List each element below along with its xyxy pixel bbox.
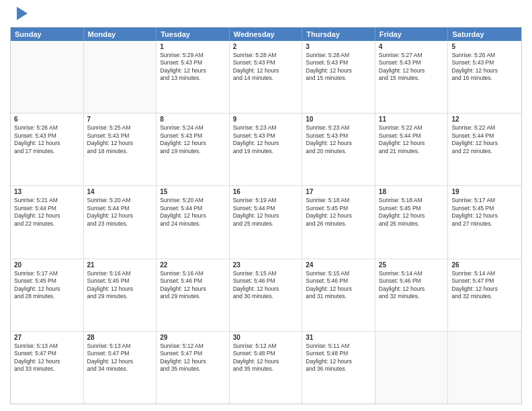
daylight-text: Daylight: 12 hours [379, 140, 445, 147]
cal-cell: 7Sunrise: 5:25 AMSunset: 5:43 PMDaylight… [84, 113, 157, 185]
daylight-text: Daylight: 12 hours [160, 212, 226, 220]
sunrise-text: Sunrise: 5:16 AM [160, 270, 226, 277]
sunrise-text: Sunrise: 5:12 AM [233, 342, 299, 350]
sunrise-text: Sunrise: 5:29 AM [160, 52, 226, 59]
sunset-text: Sunset: 5:43 PM [233, 59, 299, 66]
daylight-minutes-text: and 26 minutes. [379, 220, 445, 228]
cal-cell: 23Sunrise: 5:15 AMSunset: 5:46 PMDayligh… [230, 259, 303, 331]
day-number: 15 [160, 188, 226, 195]
day-number: 17 [306, 188, 371, 195]
header-day-tuesday: Tuesday [157, 28, 230, 41]
daylight-minutes-text: and 22 minutes. [451, 148, 518, 155]
svg-marker-0 [17, 7, 28, 20]
cal-cell: 12Sunrise: 5:22 AMSunset: 5:44 PMDayligh… [448, 113, 521, 185]
sunset-text: Sunset: 5:47 PM [87, 350, 153, 357]
daylight-minutes-text: and 19 minutes. [233, 148, 299, 155]
day-number: 22 [160, 261, 226, 269]
sunset-text: Sunset: 5:45 PM [306, 205, 371, 212]
sunrise-text: Sunrise: 5:23 AM [306, 124, 371, 132]
daylight-text: Daylight: 12 hours [306, 140, 371, 147]
day-number: 4 [379, 43, 445, 50]
day-number: 11 [379, 116, 445, 123]
daylight-minutes-text: and 15 minutes. [379, 75, 445, 82]
cal-cell: 2Sunrise: 5:28 AMSunset: 5:43 PMDaylight… [230, 41, 303, 113]
sunrise-text: Sunrise: 5:15 AM [233, 270, 299, 277]
sunset-text: Sunset: 5:43 PM [87, 132, 153, 140]
header-day-sunday: Sunday [11, 28, 84, 41]
sunset-text: Sunset: 5:45 PM [87, 277, 153, 285]
daylight-minutes-text: and 27 minutes. [451, 220, 518, 228]
day-number: 13 [14, 188, 80, 195]
daylight-minutes-text: and 21 minutes. [379, 148, 445, 155]
cal-cell: 31Sunrise: 5:11 AMSunset: 5:48 PMDayligh… [302, 332, 375, 404]
daylight-minutes-text: and 36 minutes. [306, 365, 371, 373]
daylight-minutes-text: and 24 minutes. [160, 220, 226, 228]
day-number: 9 [233, 116, 299, 123]
cal-cell [375, 332, 449, 404]
header-day-friday: Friday [375, 28, 449, 41]
header [10, 7, 522, 23]
sunset-text: Sunset: 5:44 PM [233, 205, 299, 212]
daylight-minutes-text: and 18 minutes. [87, 148, 153, 155]
sunrise-text: Sunrise: 5:23 AM [233, 124, 299, 132]
daylight-text: Daylight: 12 hours [14, 285, 80, 293]
sunrise-text: Sunrise: 5:13 AM [87, 342, 153, 350]
sunrise-text: Sunrise: 5:14 AM [451, 270, 518, 277]
week-1: 1Sunrise: 5:29 AMSunset: 5:43 PMDaylight… [11, 41, 521, 113]
daylight-minutes-text: and 33 minutes. [14, 365, 80, 373]
week-4: 20Sunrise: 5:17 AMSunset: 5:45 PMDayligh… [11, 259, 521, 332]
day-number: 16 [233, 188, 299, 195]
daylight-minutes-text: and 35 minutes. [160, 365, 226, 373]
sunset-text: Sunset: 5:45 PM [379, 205, 445, 212]
cal-cell: 20Sunrise: 5:17 AMSunset: 5:45 PMDayligh… [11, 259, 84, 331]
daylight-text: Daylight: 12 hours [233, 212, 299, 220]
cal-cell: 11Sunrise: 5:22 AMSunset: 5:44 PMDayligh… [375, 113, 449, 185]
cal-cell: 8Sunrise: 5:24 AMSunset: 5:43 PMDaylight… [157, 113, 230, 185]
daylight-minutes-text: and 26 minutes. [306, 220, 371, 228]
daylight-minutes-text: and 31 minutes. [306, 293, 371, 300]
daylight-text: Daylight: 12 hours [160, 67, 226, 75]
day-number: 12 [451, 116, 518, 123]
day-number: 10 [306, 116, 371, 123]
sunrise-text: Sunrise: 5:15 AM [306, 270, 371, 277]
sunrise-text: Sunrise: 5:18 AM [306, 197, 371, 204]
day-number: 31 [306, 334, 371, 341]
sunset-text: Sunset: 5:43 PM [451, 59, 518, 66]
sunset-text: Sunset: 5:43 PM [14, 132, 80, 140]
daylight-minutes-text: and 34 minutes. [87, 365, 153, 373]
sunrise-text: Sunrise: 5:20 AM [87, 197, 153, 204]
header-day-thursday: Thursday [302, 28, 375, 41]
sunset-text: Sunset: 5:47 PM [160, 350, 226, 357]
sunset-text: Sunset: 5:46 PM [160, 277, 226, 285]
daylight-text: Daylight: 12 hours [306, 212, 371, 220]
cal-cell: 21Sunrise: 5:16 AMSunset: 5:45 PMDayligh… [84, 259, 157, 331]
cal-cell: 24Sunrise: 5:15 AMSunset: 5:46 PMDayligh… [302, 259, 375, 331]
cal-cell: 15Sunrise: 5:20 AMSunset: 5:44 PMDayligh… [157, 186, 230, 258]
cal-cell: 6Sunrise: 5:26 AMSunset: 5:43 PMDaylight… [11, 113, 84, 185]
sunset-text: Sunset: 5:48 PM [306, 350, 371, 357]
daylight-minutes-text: and 29 minutes. [160, 293, 226, 300]
sunset-text: Sunset: 5:43 PM [160, 59, 226, 66]
sunrise-text: Sunrise: 5:19 AM [233, 197, 299, 204]
daylight-text: Daylight: 12 hours [87, 140, 153, 147]
daylight-minutes-text: and 35 minutes. [233, 365, 299, 373]
cal-cell: 17Sunrise: 5:18 AMSunset: 5:45 PMDayligh… [302, 186, 375, 258]
day-number: 2 [233, 43, 299, 50]
day-number: 26 [451, 261, 518, 269]
cal-cell: 5Sunrise: 5:26 AMSunset: 5:43 PMDaylight… [448, 41, 521, 113]
sunset-text: Sunset: 5:43 PM [306, 59, 371, 66]
sunrise-text: Sunrise: 5:21 AM [14, 197, 80, 204]
week-2: 6Sunrise: 5:26 AMSunset: 5:43 PMDaylight… [11, 113, 521, 186]
sunset-text: Sunset: 5:44 PM [451, 132, 518, 140]
header-day-monday: Monday [84, 28, 157, 41]
cal-cell [84, 41, 157, 113]
daylight-text: Daylight: 12 hours [160, 285, 226, 293]
daylight-minutes-text: and 14 minutes. [233, 75, 299, 82]
sunset-text: Sunset: 5:43 PM [379, 59, 445, 66]
sunset-text: Sunset: 5:43 PM [306, 132, 371, 140]
sunset-text: Sunset: 5:44 PM [14, 205, 80, 212]
daylight-text: Daylight: 12 hours [160, 358, 226, 365]
daylight-text: Daylight: 12 hours [306, 67, 371, 75]
day-number: 5 [451, 43, 518, 50]
sunrise-text: Sunrise: 5:17 AM [451, 197, 518, 204]
